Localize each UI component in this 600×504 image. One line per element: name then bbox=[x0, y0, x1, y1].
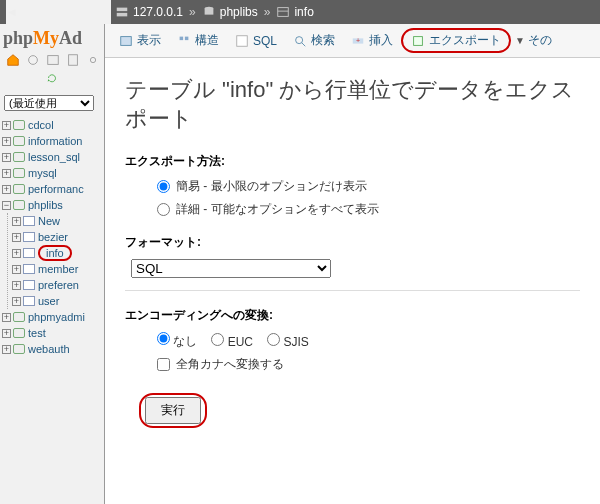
svg-rect-7 bbox=[48, 56, 59, 65]
logout-icon[interactable] bbox=[26, 53, 40, 69]
expand-icon[interactable]: + bbox=[2, 137, 11, 146]
tree-db-item[interactable]: +webauth bbox=[2, 341, 104, 357]
expand-icon[interactable]: + bbox=[2, 169, 11, 178]
settings-icon[interactable] bbox=[86, 53, 100, 69]
recent-select[interactable]: (最近使用 bbox=[4, 95, 94, 111]
format-select[interactable]: SQL bbox=[131, 259, 331, 278]
left-arrow-icon[interactable]: ◄ bbox=[6, 5, 20, 19]
crumb-db[interactable]: phplibs bbox=[220, 5, 258, 19]
format-label: フォーマット: bbox=[125, 234, 580, 251]
encoding-label: エンコーディングへの変換: bbox=[125, 307, 580, 324]
tree-label: New bbox=[38, 215, 60, 227]
expand-icon[interactable]: + bbox=[2, 313, 11, 322]
crumb-server[interactable]: 127.0.0.1 bbox=[133, 5, 183, 19]
table-icon bbox=[276, 5, 290, 19]
tree-db-item[interactable]: +lesson_sql bbox=[2, 149, 104, 165]
expand-icon[interactable]: + bbox=[12, 249, 21, 258]
server-icon bbox=[115, 5, 129, 19]
expand-icon[interactable]: + bbox=[2, 153, 11, 162]
tree-table-item[interactable]: +preferen bbox=[12, 277, 104, 293]
expand-icon[interactable]: + bbox=[2, 185, 11, 194]
home-icon[interactable] bbox=[6, 53, 20, 69]
tree-label-selected: info bbox=[38, 245, 72, 261]
tree-db-item[interactable]: +information bbox=[2, 133, 104, 149]
table-icon bbox=[23, 264, 35, 274]
zenkaku-checkbox[interactable] bbox=[157, 358, 170, 371]
tree-db-item[interactable]: +cdcol bbox=[2, 117, 104, 133]
encoding-sjis-radio[interactable] bbox=[267, 333, 280, 346]
reload-icon[interactable] bbox=[45, 71, 59, 87]
divider bbox=[125, 290, 580, 291]
expand-icon[interactable]: + bbox=[12, 281, 21, 290]
tree-label: phpmyadmi bbox=[28, 311, 85, 323]
tree-db-item[interactable]: +mysql bbox=[2, 165, 104, 181]
execute-button[interactable]: 実行 bbox=[145, 397, 201, 424]
zenkaku-label[interactable]: 全角カナへ変換する bbox=[176, 356, 284, 373]
tree-label: preferen bbox=[38, 279, 79, 291]
tree-label: phplibs bbox=[28, 199, 63, 211]
export-quick-label[interactable]: 簡易 - 最小限のオプションだけ表示 bbox=[176, 178, 367, 195]
tree-db-item[interactable]: +performanc bbox=[2, 181, 104, 197]
encoding-euc-label[interactable]: EUC bbox=[228, 335, 253, 349]
table-icon bbox=[23, 296, 35, 306]
tree-table-item[interactable]: +New bbox=[12, 213, 104, 229]
tree-label: cdcol bbox=[28, 119, 54, 131]
breadcrumb: 127.0.0.1 » phplibs » info bbox=[115, 5, 314, 19]
tree-db-item[interactable]: −phplibs bbox=[2, 197, 104, 213]
expand-icon[interactable]: + bbox=[2, 121, 11, 130]
topbar: ◄ 127.0.0.1 » phplibs » info bbox=[0, 0, 600, 24]
collapse-icon[interactable]: − bbox=[2, 201, 11, 210]
tab-label: 挿入 bbox=[369, 32, 393, 49]
tab-structure[interactable]: 構造 bbox=[169, 28, 227, 53]
tab-insert[interactable]: +挿入 bbox=[343, 28, 401, 53]
expand-icon[interactable]: + bbox=[12, 217, 21, 226]
tree-db-item[interactable]: +test bbox=[2, 325, 104, 341]
tabs: 表示 構造 SQL 検索 +挿入 エクスポート ▼ その bbox=[105, 24, 600, 58]
logo-p3: Ad bbox=[59, 28, 82, 48]
tree-table-item[interactable]: +info bbox=[12, 245, 104, 261]
database-icon bbox=[13, 120, 25, 130]
database-icon bbox=[13, 344, 25, 354]
tree-table-item[interactable]: +bezier bbox=[12, 229, 104, 245]
svg-rect-12 bbox=[185, 36, 189, 40]
encoding-none-label[interactable]: なし bbox=[173, 334, 197, 348]
database-icon bbox=[13, 312, 25, 322]
tree-label: user bbox=[38, 295, 59, 307]
tab-browse[interactable]: 表示 bbox=[111, 28, 169, 53]
expand-icon[interactable]: + bbox=[2, 345, 11, 354]
docs-icon[interactable] bbox=[66, 53, 80, 69]
expand-icon[interactable]: + bbox=[2, 329, 11, 338]
tree-db-item[interactable]: +phpmyadmi bbox=[2, 309, 104, 325]
tab-export[interactable]: エクスポート bbox=[401, 28, 511, 53]
svg-rect-18 bbox=[414, 36, 423, 45]
encoding-sjis-label[interactable]: SJIS bbox=[283, 335, 308, 349]
export-quick-radio[interactable] bbox=[157, 180, 170, 193]
tab-label: エクスポート bbox=[429, 32, 501, 49]
svg-rect-8 bbox=[69, 55, 78, 66]
sql-icon[interactable] bbox=[46, 53, 60, 69]
encoding-euc-radio[interactable] bbox=[211, 333, 224, 346]
tree-table-item[interactable]: +member bbox=[12, 261, 104, 277]
export-custom-radio[interactable] bbox=[157, 203, 170, 216]
logo[interactable]: phpMyAd bbox=[0, 24, 104, 51]
expand-icon[interactable]: + bbox=[12, 233, 21, 242]
tree-table-item[interactable]: +user bbox=[12, 293, 104, 309]
database-icon bbox=[13, 328, 25, 338]
topbar-left-spacer: ◄ bbox=[6, 0, 111, 24]
tab-search[interactable]: 検索 bbox=[285, 28, 343, 53]
tab-more[interactable]: ▼ その bbox=[515, 32, 552, 49]
page-title: テーブル "info" から行単位でデータをエクスポート bbox=[125, 76, 580, 133]
tab-label: 表示 bbox=[137, 32, 161, 49]
svg-point-14 bbox=[296, 36, 303, 43]
expand-icon[interactable]: + bbox=[12, 265, 21, 274]
crumb-table[interactable]: info bbox=[294, 5, 313, 19]
export-custom-label[interactable]: 詳細 - 可能なオプションをすべて表示 bbox=[176, 201, 379, 218]
tab-sql[interactable]: SQL bbox=[227, 30, 285, 52]
database-icon bbox=[13, 200, 25, 210]
svg-point-6 bbox=[29, 56, 38, 65]
svg-rect-4 bbox=[278, 8, 289, 17]
encoding-none-radio[interactable] bbox=[157, 332, 170, 345]
expand-icon[interactable]: + bbox=[12, 297, 21, 306]
sidebar: phpMyAd (最近使用 +cdcol+information+lesson_… bbox=[0, 24, 105, 504]
database-icon bbox=[13, 184, 25, 194]
